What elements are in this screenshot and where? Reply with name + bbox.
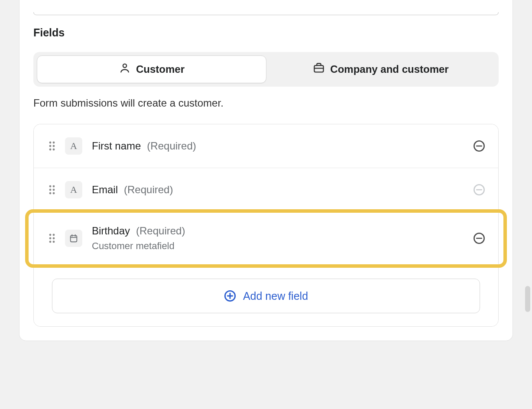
segment-customer-label: Customer xyxy=(136,63,185,75)
field-label: First name xyxy=(92,140,141,152)
drag-handle-icon[interactable] xyxy=(47,141,57,151)
form-fields-card: Fields Customer Company and customer For… xyxy=(19,0,513,341)
text-icon-glyph: A xyxy=(70,184,77,195)
section-title: Fields xyxy=(33,26,499,39)
drag-handle-icon[interactable] xyxy=(47,233,57,243)
svg-point-12 xyxy=(49,189,52,191)
drag-handle-icon[interactable] xyxy=(47,185,57,195)
segment-company-label: Company and customer xyxy=(330,63,448,75)
svg-point-19 xyxy=(53,234,55,236)
fields-list: A First name (Required) A Email (Require… xyxy=(33,124,499,327)
field-label: Email xyxy=(92,184,118,196)
svg-point-7 xyxy=(53,149,55,151)
field-row-first-name[interactable]: A First name (Required) xyxy=(34,124,498,168)
text-icon-glyph: A xyxy=(70,140,77,152)
svg-point-2 xyxy=(49,142,52,144)
field-label: Birthday xyxy=(92,225,130,237)
svg-point-15 xyxy=(53,192,55,195)
svg-point-18 xyxy=(49,234,52,236)
svg-point-11 xyxy=(53,185,55,188)
svg-point-0 xyxy=(123,64,127,68)
form-type-segmented-control: Customer Company and customer xyxy=(33,52,499,87)
add-field-row: Add new field xyxy=(34,265,498,326)
remove-field-button[interactable] xyxy=(473,232,485,244)
person-icon xyxy=(119,62,131,77)
svg-point-13 xyxy=(53,189,55,191)
add-new-field-button[interactable]: Add new field xyxy=(52,279,480,313)
svg-point-10 xyxy=(49,185,52,188)
segment-customer[interactable]: Customer xyxy=(37,55,266,83)
scrollbar-thumb[interactable] xyxy=(525,286,530,312)
help-text: Form submissions will create a customer. xyxy=(33,97,499,109)
field-required-badge: (Required) xyxy=(147,140,196,152)
field-row-email[interactable]: A Email (Required) xyxy=(34,168,498,212)
field-required-badge: (Required) xyxy=(124,184,173,196)
field-subtext: Customer metafield xyxy=(92,240,185,252)
remove-field-button-disabled xyxy=(473,184,485,196)
svg-point-3 xyxy=(53,142,55,144)
svg-point-20 xyxy=(49,237,52,240)
field-required-badge: (Required) xyxy=(136,225,185,237)
remove-field-button[interactable] xyxy=(473,140,485,152)
text-field-icon: A xyxy=(65,137,82,155)
text-field-icon: A xyxy=(65,181,82,198)
collapsed-previous-field xyxy=(33,12,499,15)
briefcase-icon xyxy=(313,62,325,77)
svg-rect-24 xyxy=(71,236,77,242)
calendar-icon xyxy=(65,230,82,247)
svg-point-14 xyxy=(49,192,52,195)
svg-point-23 xyxy=(53,241,55,243)
svg-point-21 xyxy=(53,237,55,240)
svg-point-6 xyxy=(49,149,52,151)
svg-point-5 xyxy=(53,145,55,147)
field-row-birthday[interactable]: Birthday (Required) Customer metafield xyxy=(34,212,498,265)
svg-point-4 xyxy=(49,145,52,147)
add-button-label: Add new field xyxy=(243,290,308,302)
field-text-column: Birthday (Required) Customer metafield xyxy=(92,225,185,252)
svg-point-22 xyxy=(49,241,52,243)
segment-company[interactable]: Company and customer xyxy=(266,55,495,83)
